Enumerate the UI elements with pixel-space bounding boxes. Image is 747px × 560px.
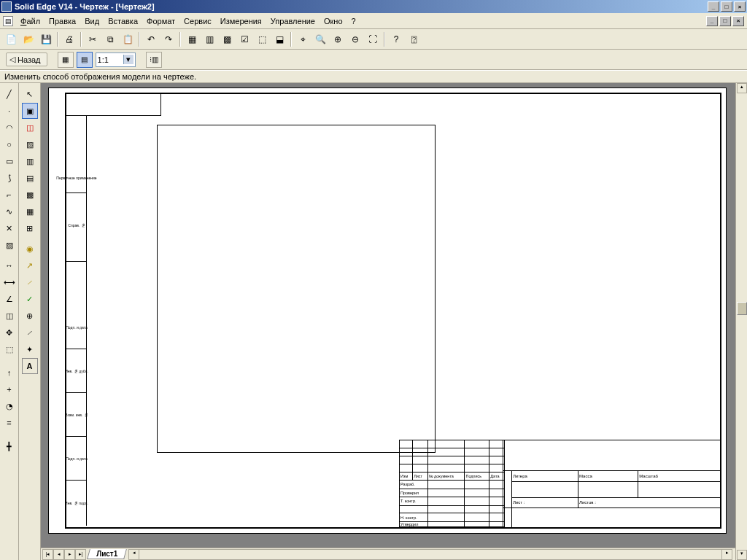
vertical-scroll-thumb[interactable] [737, 302, 747, 315]
redo-button[interactable]: ↷ [160, 31, 177, 47]
menu-insert[interactable]: Вставка [104, 15, 142, 27]
layout-mode-2-button[interactable]: ▤ [77, 52, 93, 68]
zoom-fit-button[interactable]: ⛶ [365, 31, 381, 47]
cut-button[interactable]: ✂ [85, 31, 101, 47]
sheet-prev-button[interactable]: ◂ [53, 549, 64, 560]
select-tool[interactable]: ↖ [22, 86, 38, 102]
zoom-in-button[interactable]: ⊕ [330, 31, 346, 47]
leader-tool[interactable]: ↗ [22, 257, 38, 273]
chamfer-tool[interactable]: ⌐ [1, 187, 18, 203]
zoom-area-button[interactable]: 🔍 [312, 31, 328, 47]
trim-tool[interactable]: ✕ [1, 220, 18, 236]
edge-tool[interactable]: ⬚ [1, 341, 18, 357]
hatch-tool[interactable]: ▨ [1, 237, 18, 253]
sheet-last-button[interactable]: ▸| [75, 549, 86, 560]
scale-value: 1:1 [98, 55, 109, 64]
menu-measure[interactable]: Измерения [216, 15, 266, 27]
mdi-minimize-button[interactable]: _ [706, 16, 718, 26]
menu-edit[interactable]: Правка [44, 15, 80, 27]
surface-tool[interactable]: ✓ [22, 291, 38, 307]
hatch-view-tool[interactable]: ▨ [22, 136, 38, 152]
sidebar-sprav-label: Справ. № [68, 223, 85, 228]
weld-tool[interactable]: ⟋ [22, 274, 38, 290]
fillet-tool[interactable]: ⟆ [1, 170, 18, 186]
red-section-tool[interactable]: ◫ [22, 120, 38, 136]
centerline-tool[interactable]: ⟋ [22, 324, 38, 341]
paste-button[interactable]: 📋 [120, 31, 136, 47]
whats-this-button[interactable]: ⍰ [406, 31, 422, 47]
vertical-scrollbar[interactable]: ▴ ▾ [735, 83, 747, 560]
origin-tool[interactable]: + [1, 381, 18, 397]
connector-tool[interactable]: ╋ [1, 438, 18, 454]
text-tool[interactable]: A [22, 358, 38, 374]
target-tool[interactable]: ⊕ [22, 308, 38, 324]
tool-button-2[interactable]: ▥ [201, 31, 217, 47]
tool-button-4[interactable]: ☑ [236, 31, 252, 47]
point-tool[interactable]: · [1, 103, 18, 119]
equals-tool[interactable]: = [1, 415, 18, 431]
close-button[interactable]: × [734, 1, 746, 12]
sheet-next-button[interactable]: ▸ [64, 549, 75, 560]
open-button[interactable]: 📂 [20, 31, 36, 47]
mdi-close-button[interactable]: × [732, 16, 744, 26]
arc-center-tool[interactable]: ◔ [1, 398, 18, 414]
menu-view[interactable]: Вид [80, 15, 104, 27]
undo-button[interactable]: ↶ [143, 31, 159, 47]
cube-tool[interactable]: ◫ [1, 308, 18, 324]
layout-mode-1-button[interactable]: ▦ [58, 52, 74, 68]
mdi-maximize-button[interactable]: □ [719, 16, 731, 26]
tool-button-5[interactable]: ⬚ [254, 31, 270, 47]
new-doc-button[interactable]: 📄 [3, 31, 19, 47]
tool-button-1[interactable]: ▦ [184, 31, 200, 47]
menu-format[interactable]: Формат [142, 15, 179, 27]
balloon-tool[interactable]: ◉ [22, 241, 38, 257]
copy-button[interactable]: ⧉ [102, 31, 118, 47]
axis-y-tool[interactable]: ↑ [1, 365, 18, 381]
maximize-button[interactable]: □ [721, 1, 732, 12]
horizontal-scrollbar[interactable]: ◂ ▸ [128, 549, 732, 560]
spline-tool[interactable]: ∿ [1, 203, 18, 219]
rect-tool[interactable]: ▭ [1, 153, 18, 169]
window-title: Solid Edge V14 - Чертеж - [Чертеж2] [15, 2, 708, 11]
arc-tool[interactable]: ◠ [1, 120, 18, 136]
dim-smart-tool[interactable]: ⟷ [1, 274, 18, 290]
circle-tool[interactable]: ○ [1, 136, 18, 152]
save-button[interactable]: 💾 [38, 31, 54, 47]
menu-service[interactable]: Сервис [179, 15, 216, 27]
main-area: ╱ · ◠ ○ ▭ ⟆ ⌐ ∿ ✕ ▨ ↔ ⟷ ∠ ◫ ✥ ⬚ ↑ + ◔ = … [0, 83, 747, 560]
menu-file[interactable]: Файл [16, 15, 44, 27]
broken-view-tool[interactable]: ▤ [22, 170, 38, 186]
app-icon [1, 1, 12, 12]
zoom-out-button[interactable]: ⊖ [347, 31, 363, 47]
config-button[interactable]: ⁝▥ [146, 52, 162, 68]
zoom-pointer-button[interactable]: ⌖ [295, 31, 311, 47]
dim-linear-tool[interactable]: ↔ [1, 257, 18, 273]
back-label: Назад [18, 55, 41, 64]
placed-view-rect[interactable] [157, 125, 436, 453]
back-button[interactable]: ◁ Назад [6, 52, 47, 66]
table-tool[interactable]: ⊞ [22, 220, 38, 236]
section-view-tool[interactable]: ▥ [22, 153, 38, 169]
menu-window[interactable]: Окно [320, 15, 347, 27]
menu-help[interactable]: ? [347, 15, 360, 27]
tool-button-6[interactable]: ⬓ [271, 31, 287, 47]
line-tool[interactable]: ╱ [1, 86, 18, 102]
detail-view-tool[interactable]: ▩ [22, 187, 38, 203]
menu-manage[interactable]: Управление [266, 15, 320, 27]
scale-combo[interactable]: 1:1 ▾ [96, 52, 136, 67]
titlebar: Solid Edge V14 - Чертеж - [Чертеж2] _ □ … [0, 0, 747, 13]
drawing-view-tool[interactable]: ▣ [22, 103, 38, 119]
doc-icon[interactable]: ▤ [3, 16, 13, 26]
help-button[interactable]: ? [388, 31, 404, 47]
dim-angle-tool[interactable]: ∠ [1, 291, 18, 307]
print-button[interactable]: 🖨 [61, 31, 77, 47]
centermark-tool[interactable]: ✦ [22, 341, 38, 357]
tool-button-3[interactable]: ▩ [219, 31, 235, 47]
minimize-button[interactable]: _ [708, 1, 719, 12]
drawing-canvas[interactable]: Первичное применение Подп. и дата Инв. №… [41, 83, 735, 548]
sheet-tab-1[interactable]: Лист1 [87, 549, 127, 559]
sheet-first-button[interactable]: |◂ [42, 549, 53, 560]
partslist-tool[interactable]: ▦ [22, 203, 38, 219]
move-tool[interactable]: ✥ [1, 324, 18, 341]
frame-top-stub [66, 94, 161, 116]
